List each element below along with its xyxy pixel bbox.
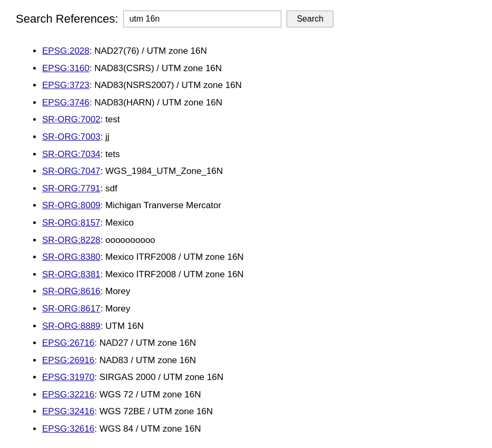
result-link[interactable]: SR-ORG:8157: [42, 218, 101, 228]
list-item: SR-ORG:8228: oooooooooo: [42, 232, 476, 249]
list-item: SR-ORG:8380: Mexico ITRF2008 / UTM zone …: [42, 249, 476, 266]
result-description: : WGS 84 / UTM zone 16N: [94, 424, 201, 434]
list-item: EPSG:32416: WGS 72BE / UTM zone 16N: [42, 404, 476, 420]
result-description: : WGS 72BE / UTM zone 16N: [94, 406, 213, 416]
result-description: : WGS_1984_UTM_Zone_16N: [101, 166, 223, 176]
list-item: SR-ORG:7003: jj: [42, 129, 476, 145]
result-link[interactable]: SR-ORG:8889: [42, 321, 101, 331]
result-link[interactable]: SR-ORG:8009: [42, 200, 101, 210]
result-description: : Mexico ITRF2008 / UTM zone 16N: [101, 252, 244, 262]
result-description: : Mexico ITRF2008 / UTM zone 16N: [101, 269, 244, 279]
search-button[interactable]: Search: [287, 11, 333, 27]
result-description: : NAD83(CSRS) / UTM zone 16N: [90, 63, 222, 73]
result-description: : UTM 16N: [101, 321, 144, 331]
list-item: SR-ORG:8616: Morey: [42, 284, 476, 300]
result-description: : Morey: [101, 286, 131, 296]
result-description: : Morey: [101, 304, 131, 314]
result-description: : jj: [101, 132, 110, 142]
result-link[interactable]: SR-ORG:8616: [42, 286, 101, 296]
list-item: SR-ORG:8157: Mexico: [42, 215, 476, 231]
result-link[interactable]: SR-ORG:7791: [42, 183, 101, 193]
result-link[interactable]: SR-ORG:8228: [42, 235, 101, 245]
list-item: EPSG:26916: NAD83 / UTM zone 16N: [42, 353, 476, 369]
result-link[interactable]: SR-ORG:8617: [42, 304, 101, 314]
list-item: EPSG:2028: NAD27(76) / UTM zone 16N: [42, 43, 476, 60]
result-description: : oooooooooo: [101, 235, 155, 245]
result-description: : WGS 72 / UTM zone 16N: [94, 389, 201, 400]
list-item: EPSG:3723: NAD83(NSRS2007) / UTM zone 16…: [42, 77, 476, 94]
list-item: SR-ORG:7791: sdf: [42, 181, 476, 197]
list-item: SR-ORG:8889: UTM 16N: [42, 318, 476, 335]
list-item: SR-ORG:7002: test: [42, 112, 476, 128]
result-link[interactable]: SR-ORG:7047: [42, 166, 101, 176]
results-list: EPSG:2028: NAD27(76) / UTM zone 16NEPSG:…: [16, 43, 476, 437]
result-description: : sdf: [101, 183, 117, 193]
list-item: SR-ORG:8617: Morey: [42, 301, 476, 317]
result-link[interactable]: EPSG:26716: [42, 338, 94, 348]
result-link[interactable]: SR-ORG:7002: [42, 114, 101, 124]
result-description: : NAD83 / UTM zone 16N: [94, 355, 196, 365]
result-link[interactable]: SR-ORG:8381: [42, 269, 101, 279]
result-link[interactable]: EPSG:31970: [42, 372, 94, 382]
list-item: SR-ORG:8381: Mexico ITRF2008 / UTM zone …: [42, 267, 476, 283]
result-description: : NAD83(NSRS2007) / UTM zone 16N: [90, 80, 242, 90]
result-description: : SIRGAS 2000 / UTM zone 16N: [94, 372, 223, 382]
result-description: : NAD27 / UTM zone 16N: [94, 338, 196, 348]
list-item: SR-ORG:8009: Michigan Tranverse Mercator: [42, 198, 476, 214]
result-link[interactable]: EPSG:32416: [42, 406, 94, 416]
result-link[interactable]: SR-ORG:7003: [42, 132, 101, 142]
result-link[interactable]: EPSG:26916: [42, 355, 94, 365]
result-description: : Mexico: [101, 218, 134, 228]
list-item: EPSG:3746: NAD83(HARN) / UTM zone 16N: [42, 95, 476, 111]
result-link[interactable]: EPSG:2028: [42, 46, 90, 56]
result-description: : test: [101, 114, 120, 124]
result-description: : tets: [101, 149, 120, 159]
list-item: EPSG:32616: WGS 84 / UTM zone 16N: [42, 421, 476, 437]
result-link[interactable]: SR-ORG:8380: [42, 252, 101, 262]
result-link[interactable]: EPSG:3746: [42, 98, 90, 108]
list-item: EPSG:3160: NAD83(CSRS) / UTM zone 16N: [42, 61, 476, 77]
result-link[interactable]: EPSG:32216: [42, 389, 94, 400]
list-item: EPSG:26716: NAD27 / UTM zone 16N: [42, 335, 476, 352]
result-link[interactable]: EPSG:32616: [42, 424, 94, 434]
result-link[interactable]: EPSG:3160: [42, 63, 90, 73]
list-item: SR-ORG:7034: tets: [42, 147, 476, 163]
result-description: : NAD27(76) / UTM zone 16N: [90, 46, 207, 56]
search-label: Search References:: [16, 12, 118, 26]
result-link[interactable]: EPSG:3723: [42, 80, 90, 90]
result-link[interactable]: SR-ORG:7034: [42, 149, 101, 159]
result-description: : NAD83(HARN) / UTM zone 16N: [90, 98, 222, 108]
list-item: EPSG:32216: WGS 72 / UTM zone 16N: [42, 387, 476, 403]
list-item: SR-ORG:7047: WGS_1984_UTM_Zone_16N: [42, 163, 476, 180]
result-description: : Michigan Tranverse Mercator: [101, 200, 222, 210]
search-input[interactable]: [123, 11, 281, 27]
list-item: EPSG:31970: SIRGAS 2000 / UTM zone 16N: [42, 369, 476, 386]
search-header: Search References: Search: [16, 11, 476, 27]
